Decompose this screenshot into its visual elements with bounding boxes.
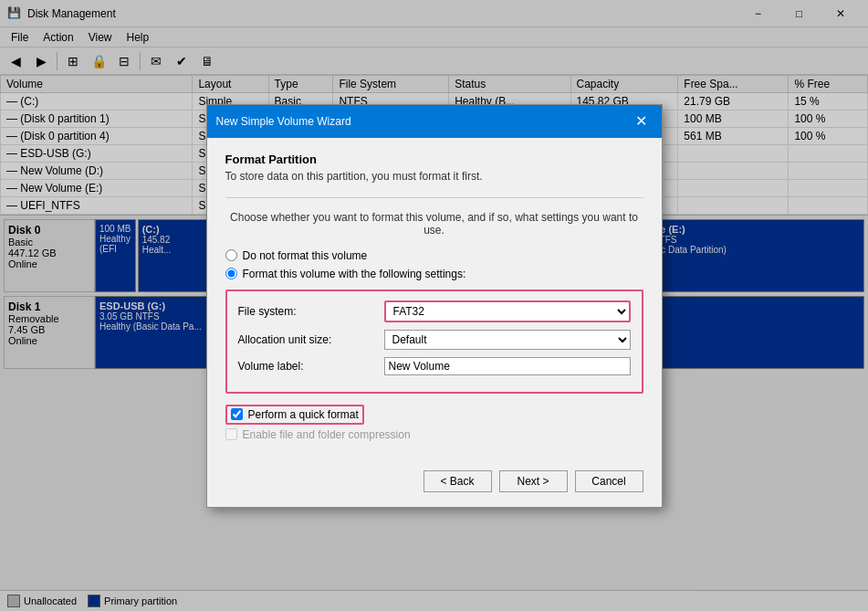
compression-label: Enable file and folder compression — [243, 428, 411, 441]
back-button[interactable]: < Back — [424, 470, 492, 492]
alloc-unit-row: Allocation unit size: Default 512 1024 2… — [238, 330, 631, 350]
volume-label-control — [384, 357, 631, 375]
file-system-control: FAT32 NTFS exFAT — [384, 300, 631, 322]
modal-section-title: Format Partition — [225, 153, 643, 166]
modal-title-bar: New Simple Volume Wizard ✕ — [207, 105, 662, 138]
file-system-select[interactable]: FAT32 NTFS exFAT — [384, 300, 631, 322]
quick-format-checkbox[interactable] — [231, 408, 243, 420]
next-button[interactable]: Next > — [499, 470, 568, 492]
file-system-row: File system: FAT32 NTFS exFAT — [238, 300, 631, 322]
volume-label-label: Volume label: — [238, 360, 384, 373]
no-format-radio[interactable] — [225, 249, 237, 261]
modal-body: Format Partition To store data on this p… — [207, 138, 662, 459]
alloc-unit-select[interactable]: Default 512 1024 2048 4096 — [384, 330, 631, 350]
file-system-label: File system: — [238, 305, 384, 318]
modal-center-desc: Choose whether you want to format this v… — [225, 211, 643, 237]
compression-checkbox[interactable] — [225, 428, 237, 440]
do-format-label[interactable]: Format this volume with the following se… — [243, 268, 466, 280]
format-row: Format this volume with the following se… — [225, 268, 643, 280]
modal-divider — [225, 197, 643, 198]
quick-format-highlight: Perform a quick format — [225, 405, 364, 425]
compression-row: Enable file and folder compression — [225, 428, 643, 441]
no-format-row: Do not format this volume — [225, 249, 643, 262]
volume-label-input[interactable] — [384, 357, 631, 375]
radio-group: Do not format this volume Format this vo… — [225, 249, 643, 280]
volume-label-row: Volume label: — [238, 357, 631, 375]
modal-title-text: New Simple Volume Wizard — [216, 115, 351, 128]
modal-footer: < Back Next > Cancel — [207, 459, 662, 507]
alloc-unit-label: Allocation unit size: — [238, 333, 384, 346]
modal-overlay: New Simple Volume Wizard ✕ Format Partit… — [0, 0, 868, 611]
wizard-modal: New Simple Volume Wizard ✕ Format Partit… — [206, 104, 663, 508]
quick-format-label[interactable]: Perform a quick format — [248, 408, 359, 421]
format-settings-area: File system: FAT32 NTFS exFAT Allocation… — [225, 290, 643, 394]
alloc-unit-control: Default 512 1024 2048 4096 — [384, 330, 631, 350]
quick-format-row: Perform a quick format — [225, 405, 643, 425]
do-format-radio[interactable] — [225, 268, 237, 279]
modal-close-button[interactable]: ✕ — [631, 111, 653, 132]
cancel-button[interactable]: Cancel — [575, 470, 643, 492]
no-format-label[interactable]: Do not format this volume — [243, 249, 368, 262]
modal-section-desc: To store data on this partition, you mus… — [225, 170, 643, 183]
